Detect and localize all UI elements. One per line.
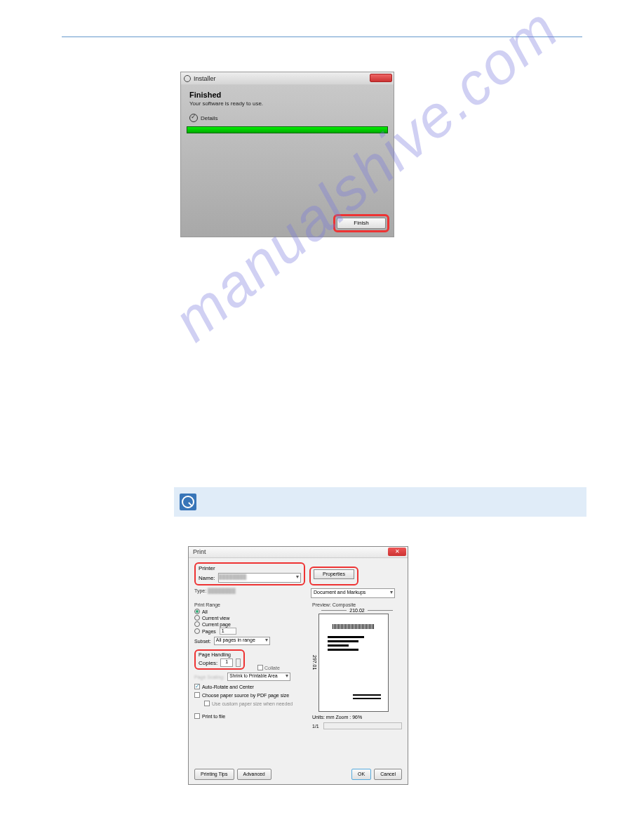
radio-icon bbox=[194, 621, 200, 627]
cancel-button[interactable]: Cancel bbox=[374, 769, 402, 780]
print-dialog: Print ✕ Printer Name: ████████ Propertie… bbox=[188, 546, 408, 785]
installer-window: Installer Finished Your software is read… bbox=[180, 72, 394, 237]
checkmark-circle-icon bbox=[189, 114, 198, 122]
subset-label: Subset: bbox=[194, 639, 211, 644]
copies-spinner[interactable] bbox=[236, 658, 241, 667]
search-globe-icon bbox=[180, 494, 196, 510]
print-to-file-checkbox[interactable]: Print to file bbox=[194, 713, 307, 719]
preview-units: Units: mm Zoom : 96% bbox=[312, 715, 402, 720]
preview-title: Preview: Composite bbox=[312, 602, 402, 607]
range-current-page[interactable]: Current page bbox=[194, 621, 307, 627]
print-titlebar: Print ✕ bbox=[189, 547, 408, 558]
preview-height: 297.01 bbox=[312, 655, 317, 670]
checkbox-icon bbox=[204, 701, 210, 706]
details-label: Details bbox=[201, 115, 217, 121]
copies-label: Copies: bbox=[199, 660, 217, 666]
preview-page bbox=[318, 614, 389, 712]
checkbox-icon bbox=[194, 692, 200, 698]
installer-subtext: Your software is ready to use. bbox=[189, 100, 385, 107]
finish-button[interactable]: Finish bbox=[337, 218, 386, 229]
auto-rotate-checkbox[interactable]: Auto-Rotate and Center bbox=[194, 684, 307, 689]
copies-input[interactable]: 1 bbox=[220, 658, 233, 667]
choose-paper-checkbox[interactable]: Choose paper source by PDF page size bbox=[194, 692, 307, 698]
preview-page-number: 1/1 bbox=[312, 724, 319, 729]
checkbox-icon bbox=[194, 713, 200, 719]
name-label: Name: bbox=[199, 575, 215, 581]
progress-bar bbox=[187, 126, 388, 133]
range-current-view[interactable]: Current view bbox=[194, 615, 307, 621]
page-handling-highlight: Page Handling Copies: 1 bbox=[194, 649, 245, 670]
checkbox-icon bbox=[194, 684, 200, 689]
installer-titlebar: Installer bbox=[181, 72, 394, 85]
page-scaling-dropdown[interactable]: Shrink to Printable Area bbox=[227, 673, 290, 681]
print-range-title: Print Range bbox=[194, 602, 307, 607]
installer-app-icon bbox=[184, 75, 191, 82]
advanced-button[interactable]: Advanced bbox=[237, 769, 271, 780]
header-divider bbox=[62, 37, 582, 37]
printing-tips-button[interactable]: Printing Tips bbox=[194, 769, 234, 780]
properties-highlight: Properties bbox=[309, 567, 358, 585]
installer-title: Installer bbox=[194, 75, 216, 82]
subset-dropdown[interactable]: All pages in range bbox=[214, 637, 270, 645]
finish-highlight: Finish bbox=[333, 214, 389, 232]
range-pages[interactable]: Pages1 bbox=[194, 628, 307, 635]
scaling-label: Page Scaling: bbox=[194, 675, 224, 680]
barcode-icon bbox=[333, 624, 375, 629]
radio-icon bbox=[194, 609, 200, 614]
checkbox-icon bbox=[257, 665, 263, 670]
collate-checkbox[interactable]: Collate bbox=[257, 665, 280, 670]
type-label: Type: bbox=[194, 588, 206, 593]
custom-paper-checkbox[interactable]: Use custom paper size when needed bbox=[204, 701, 307, 706]
preview-width: 210.02 bbox=[312, 608, 402, 613]
range-all[interactable]: All bbox=[194, 609, 307, 614]
pages-input[interactable]: 1 bbox=[220, 628, 236, 635]
radio-icon bbox=[194, 615, 200, 621]
radio-icon bbox=[194, 628, 200, 634]
printer-name-highlight: Printer Name: ████████ bbox=[194, 562, 305, 585]
properties-button[interactable]: Properties bbox=[314, 569, 354, 579]
installer-body: Finished Your software is ready to use. … bbox=[181, 85, 394, 237]
close-icon[interactable] bbox=[370, 74, 392, 82]
print-range-group: Print Range All Current view Current pag… bbox=[194, 602, 307, 645]
print-title: Print bbox=[193, 548, 206, 555]
details-row[interactable]: Details bbox=[189, 114, 385, 122]
print-body: Printer Name: ████████ Properties Type: … bbox=[189, 558, 408, 784]
installer-heading: Finished bbox=[189, 91, 385, 99]
printer-group-label: Printer bbox=[199, 565, 301, 571]
preview-scrollbar[interactable] bbox=[323, 722, 402, 729]
printer-name-dropdown[interactable]: ████████ bbox=[218, 573, 301, 583]
page-handling-title: Page Handling bbox=[199, 652, 241, 657]
info-banner bbox=[174, 487, 586, 517]
ok-button[interactable]: OK bbox=[351, 769, 371, 780]
comments-dropdown[interactable]: Document and Markups bbox=[311, 588, 395, 598]
type-value: ████████ bbox=[208, 588, 236, 593]
close-icon[interactable]: ✕ bbox=[388, 548, 406, 556]
